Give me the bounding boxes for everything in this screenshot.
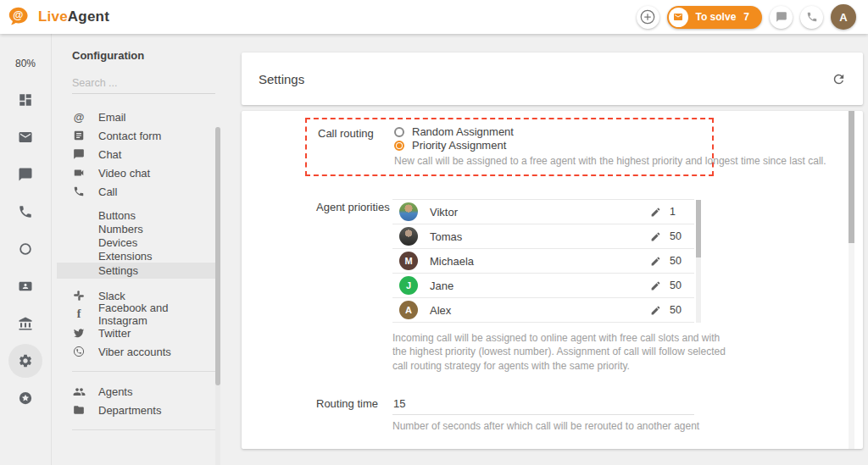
call-routing-label: Call routing — [318, 125, 394, 168]
call-routing-options: Random Assignment Priority Assignment Ne… — [394, 125, 835, 168]
sidebar-item-video-chat[interactable]: Video chat — [72, 163, 215, 182]
sidebar-item-agents[interactable]: Agents — [72, 382, 215, 401]
sidebar-nav: @ Email Contact form Chat Video chat — [72, 108, 215, 430]
agent-row[interactable]: M Michaela 50 — [392, 249, 694, 274]
edit-priority-icon[interactable] — [650, 207, 661, 218]
sidebar-scrollbar[interactable] — [215, 127, 220, 465]
avatar — [399, 227, 418, 246]
sidebar-item-email[interactable]: @ Email — [72, 108, 215, 126]
sidebar-item-label: Viber accounts — [98, 346, 171, 358]
routing-time-label: Routing time — [316, 396, 392, 433]
viber-icon — [72, 346, 86, 357]
facebook-icon: f — [72, 307, 86, 321]
sidebar-divider — [72, 429, 215, 430]
sidebar-item-departments[interactable]: Departments — [72, 401, 215, 419]
sidebar-item-call[interactable]: Call — [72, 182, 215, 201]
to-solve-count: 7 — [743, 11, 749, 23]
radio-random-assignment[interactable]: Random Assignment — [394, 125, 835, 138]
radio-checked-icon — [394, 141, 404, 151]
edit-priority-icon[interactable] — [650, 231, 661, 242]
usage-percent: 80% — [15, 58, 36, 69]
agent-list-scrollbar[interactable] — [696, 200, 701, 323]
calls-button[interactable] — [800, 6, 823, 29]
sidebar-title: Configuration — [72, 49, 240, 62]
to-solve-mail-icon — [669, 8, 688, 27]
sidebar-subitem-extensions[interactable]: Extensions — [72, 249, 215, 263]
page-title: Settings — [259, 72, 304, 86]
avatar: A — [399, 301, 418, 319]
sidebar-subitem-settings[interactable]: Settings — [57, 263, 215, 279]
sidebar-item-facebook-instagram[interactable]: f Facebook and Instagram — [72, 305, 215, 324]
sidebar-item-label: Call — [98, 185, 117, 198]
content-scrollbar-thumb[interactable] — [849, 111, 854, 243]
agent-row[interactable]: A Alex 50 — [392, 298, 694, 323]
contacts-icon[interactable] — [8, 269, 42, 303]
liveagent-bubble-icon: @ — [8, 7, 32, 28]
video-camera-icon — [72, 167, 86, 179]
sidebar-item-label: Departments — [98, 404, 161, 417]
search-input[interactable] — [72, 74, 215, 94]
mail-icon[interactable] — [8, 120, 42, 154]
agent-row[interactable]: Tomas 50 — [392, 224, 694, 249]
phone-icon[interactable] — [8, 195, 42, 229]
folder-icon — [72, 404, 86, 416]
icon-rail: 80% — [0, 34, 51, 465]
svg-text:@: @ — [13, 9, 23, 21]
chat-icon[interactable] — [8, 158, 42, 191]
agent-priorities-label: Agent priorities — [316, 199, 392, 373]
dashboard-icon[interactable] — [8, 83, 42, 117]
sidebar-subitem-devices[interactable]: Devices — [72, 235, 215, 249]
radio-priority-assignment[interactable]: Priority Assignment — [394, 139, 835, 152]
settings-gear-icon[interactable] — [8, 344, 42, 378]
configuration-sidebar: Configuration @ Email Contact form Chat — [51, 34, 240, 465]
agent-row[interactable]: J Jane 50 — [392, 274, 694, 298]
settings-header: Settings — [242, 53, 863, 105]
agent-priorities-description: Incoming call will be assigned to online… — [392, 331, 730, 373]
settings-content: Call routing Random Assignment Priority … — [242, 111, 863, 449]
agent-priorities-list: Viktor 1 Tomas 50 M Michaela 50 — [392, 199, 694, 323]
agent-list-scrollbar-thumb[interactable] — [696, 200, 701, 257]
to-solve-button[interactable]: To solve 7 — [667, 6, 762, 29]
phone-icon — [72, 185, 86, 197]
to-solve-label: To solve — [696, 11, 737, 23]
sidebar-subitem-numbers[interactable]: Numbers — [72, 222, 215, 235]
sidebar-item-viber[interactable]: Viber accounts — [72, 342, 215, 361]
sidebar-scrollbar-thumb[interactable] — [215, 127, 220, 385]
contact-form-icon — [72, 130, 86, 141]
agent-priorities-section: Agent priorities Viktor 1 Tomas 50 — [316, 199, 863, 373]
user-avatar[interactable]: A — [831, 4, 856, 30]
chats-button[interactable] — [770, 6, 793, 29]
slack-icon — [72, 290, 86, 302]
refresh-button[interactable] — [832, 72, 846, 86]
call-routing-highlight: Call routing Random Assignment Priority … — [305, 118, 714, 176]
twitter-icon — [72, 327, 86, 339]
sidebar-subitem-buttons[interactable]: Buttons — [72, 208, 215, 222]
routing-time-section: Routing time Number of seconds after whi… — [316, 396, 863, 433]
academy-icon[interactable] — [8, 307, 42, 340]
agent-row[interactable]: Viktor 1 — [392, 200, 694, 224]
sidebar-item-chat[interactable]: Chat — [72, 145, 215, 163]
sidebar-item-label: Facebook and Instagram — [98, 302, 215, 327]
sidebar-item-label: Agents — [98, 385, 132, 398]
avatar: J — [399, 276, 418, 295]
agents-icon — [72, 385, 86, 398]
edit-priority-icon[interactable] — [650, 305, 661, 316]
sidebar-divider — [72, 371, 215, 372]
content-scrollbar[interactable] — [849, 111, 854, 449]
call-routing-description: New call will be assigned to a free agen… — [394, 154, 835, 168]
liveagent-wordmark: LiveAgent — [38, 8, 109, 25]
topbar-actions: To solve 7 A — [637, 4, 856, 30]
sidebar-item-label: Video chat — [98, 167, 150, 180]
status-ring-icon[interactable] — [8, 232, 42, 266]
add-button[interactable] — [637, 6, 659, 29]
topbar: @ LiveAgent To solve 7 A — [0, 0, 868, 34]
sidebar-item-contact-form[interactable]: Contact form — [72, 126, 215, 145]
routing-time-input[interactable] — [392, 397, 694, 415]
star-icon[interactable] — [8, 381, 42, 415]
routing-time-description: Number of seconds after which call will … — [392, 419, 699, 433]
at-icon: @ — [72, 111, 86, 124]
edit-priority-icon[interactable] — [650, 256, 661, 267]
avatar — [399, 202, 418, 221]
liveagent-logo[interactable]: @ LiveAgent — [8, 7, 109, 28]
edit-priority-icon[interactable] — [650, 280, 661, 291]
